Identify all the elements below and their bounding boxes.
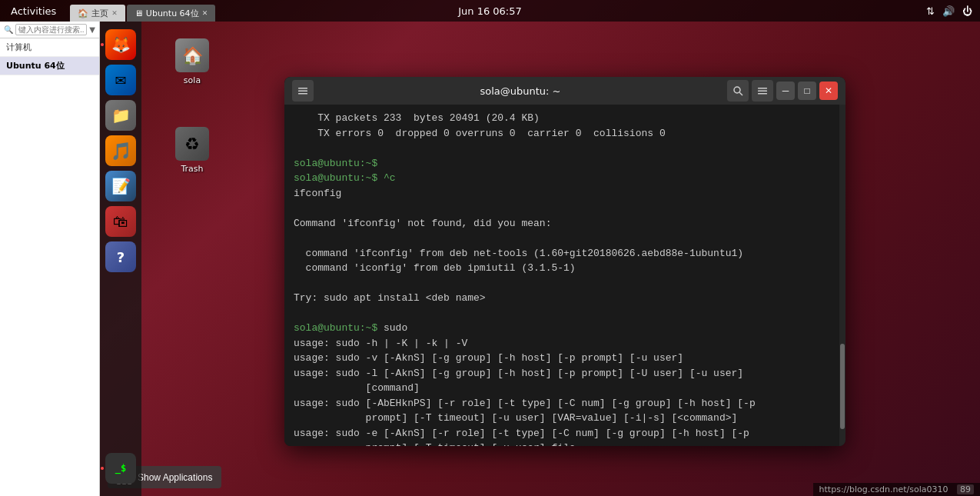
appstore-icon: 🛍 — [113, 212, 128, 231]
terminal-line-12 — [294, 276, 836, 291]
browser-item-ubuntu[interactable]: Ubuntu 64位 — [0, 57, 99, 75]
terminal-line-18: usage: sudo -l [-AknS] [-g group] [-h ho… — [294, 366, 836, 381]
browser-item-computer[interactable]: 计算机 — [0, 38, 99, 57]
desktop-icon-sola[interactable]: 🏠 sola — [165, 38, 219, 85]
desktop: Activities 🏠 主页 ✕ 🖥 Ubuntu 64位 ✕ Jun 16 … — [0, 0, 980, 496]
sola-icon: 🏠 — [175, 38, 209, 72]
titlebar-left — [292, 80, 314, 102]
rhythmbox-icon: 🎵 — [111, 141, 131, 161]
sola-label: sola — [184, 75, 201, 85]
browser-panel: 🔍 ▼ 计算机 Ubuntu 64位 — [0, 22, 100, 496]
gnome-topbar: Activities 🏠 主页 ✕ 🖥 Ubuntu 64位 ✕ Jun 16 … — [0, 0, 980, 22]
terminal-line-21: prompt] [-T timeout] [-u user] [VAR=valu… — [294, 411, 836, 426]
tab2-close[interactable]: ✕ — [202, 9, 208, 17]
browser-tab-ubuntu[interactable]: 🖥 Ubuntu 64位 ✕ — [127, 5, 215, 22]
titlebar-right: ─ □ ✕ — [727, 80, 838, 102]
trash-label: Trash — [181, 164, 203, 174]
terminal-line-3 — [294, 141, 836, 156]
terminal-line-23: prompt] [-T timeout] [-u user] file ... — [294, 441, 836, 446]
browser-search-bar[interactable]: 🔍 ▼ — [0, 22, 99, 38]
dock-icon-firefox[interactable]: 🦊 — [105, 29, 136, 60]
terminal-content[interactable]: TX packets 233 bytes 20491 (20.4 KB) TX … — [284, 105, 845, 446]
terminal-line-8: Command 'ifconfig' not found, did you me… — [294, 216, 836, 231]
ubuntu-tab-icon: 🖥 — [135, 8, 143, 18]
terminal-line-20: usage: sudo [-AbEHknPS] [-r role] [-t ty… — [294, 396, 836, 411]
terminal-window: sola@ubuntu: ~ ─ □ ✕ — [284, 77, 845, 446]
dock-icon-help[interactable]: ? — [105, 241, 136, 272]
terminal-line-14 — [294, 306, 836, 321]
svg-rect-7 — [758, 93, 767, 95]
gnome-dock: 🦊 ✉ 📁 🎵 📝 🛍 ? _$ — [100, 22, 141, 496]
trash-icon: ♻ — [175, 127, 209, 161]
terminal-options-button[interactable] — [752, 80, 773, 102]
bottom-url-bar: https://blog.csdn.net/sola0310 89 — [813, 483, 980, 496]
terminal-line-15: sola@ubuntu:~$ sudo — [294, 321, 836, 336]
counter-badge: 89 — [957, 484, 974, 494]
search-input[interactable] — [15, 24, 87, 35]
terminal-scrollbar-thumb[interactable] — [840, 344, 845, 429]
dock-icon-files[interactable]: 📁 — [105, 100, 136, 131]
terminal-line-7 — [294, 201, 836, 216]
dock-icon-appstore[interactable]: 🛍 — [105, 206, 136, 237]
terminal-line-19: [command] — [294, 381, 836, 396]
terminal-active-dot — [101, 467, 104, 470]
gnome-clock: Jun 16 06:57 — [458, 5, 522, 17]
terminal-line-16: usage: sudo -h | -K | -k | -V — [294, 336, 836, 351]
power-icon[interactable]: ⏻ — [962, 5, 972, 17]
search-icon: 🔍 — [4, 25, 13, 34]
svg-rect-5 — [758, 88, 767, 89]
svg-rect-6 — [758, 91, 767, 92]
svg-rect-1 — [298, 91, 307, 92]
terminal-menu-icon[interactable] — [292, 80, 314, 102]
svg-line-4 — [739, 92, 742, 95]
terminal-icon: _$ — [115, 463, 126, 474]
terminal-line-2: TX errors 0 dropped 0 overruns 0 carrier… — [294, 126, 836, 141]
terminal-title: sola@ubuntu: ~ — [314, 85, 727, 97]
help-icon: ? — [117, 249, 125, 265]
search-dropdown-icon[interactable]: ▼ — [89, 25, 95, 34]
svg-rect-2 — [298, 93, 307, 95]
activities-button[interactable]: Activities — [0, 0, 67, 22]
terminal-line-4: sola@ubuntu:~$ — [294, 156, 836, 171]
browser-item-list: 计算机 Ubuntu 64位 — [0, 38, 99, 496]
network-icon: ⇅ — [926, 5, 935, 17]
dock-icon-thunderbird[interactable]: ✉ — [105, 65, 136, 95]
close-button[interactable]: ✕ — [819, 82, 838, 100]
minimize-button[interactable]: ─ — [776, 82, 795, 100]
thunderbird-icon: ✉ — [115, 72, 126, 88]
terminal-scrollbar[interactable] — [839, 105, 845, 446]
svg-point-3 — [734, 87, 740, 93]
dock-icon-rhythmbox[interactable]: 🎵 — [105, 135, 136, 166]
svg-rect-0 — [298, 88, 307, 89]
firefox-icon: 🦊 — [111, 35, 131, 54]
files-icon: 📁 — [111, 106, 131, 125]
terminal-line-1: TX packets 233 bytes 20491 (20.4 KB) — [294, 111, 836, 126]
firefox-active-dot — [101, 43, 104, 46]
browser-tab-home[interactable]: 🏠 主页 ✕ — [70, 5, 125, 22]
terminal-search-button[interactable] — [727, 80, 749, 102]
terminal-line-11: command 'iconfig' from deb ipmiutil (3.1… — [294, 261, 836, 276]
sound-icon: 🔊 — [942, 5, 955, 17]
maximize-button[interactable]: □ — [798, 82, 816, 100]
terminal-titlebar: sola@ubuntu: ~ ─ □ ✕ — [284, 77, 845, 105]
desktop-icon-trash[interactable]: ♻ Trash — [165, 127, 219, 174]
terminal-line-10: command 'ifconfig' from deb net-tools (1… — [294, 246, 836, 261]
terminal-line-5: sola@ubuntu:~$ ^c — [294, 171, 836, 186]
url-text: https://blog.csdn.net/sola0310 — [819, 484, 948, 494]
dock-icon-writer[interactable]: 📝 — [105, 171, 136, 201]
terminal-line-17: usage: sudo -v [-AknS] [-g group] [-h ho… — [294, 351, 836, 366]
gnome-system-tray: ⇅ 🔊 ⏻ — [926, 5, 980, 17]
terminal-line-6: ifconfig — [294, 186, 836, 201]
writer-icon: 📝 — [111, 177, 131, 195]
terminal-line-9 — [294, 231, 836, 246]
tab1-close[interactable]: ✕ — [111, 9, 118, 17]
dock-icon-terminal[interactable]: _$ — [105, 453, 136, 484]
home-tab-icon: 🏠 — [78, 8, 88, 18]
terminal-line-22: usage: sudo -e [-AknS] [-r role] [-t typ… — [294, 426, 836, 441]
terminal-line-13: Try: sudo apt install <deb name> — [294, 291, 836, 306]
